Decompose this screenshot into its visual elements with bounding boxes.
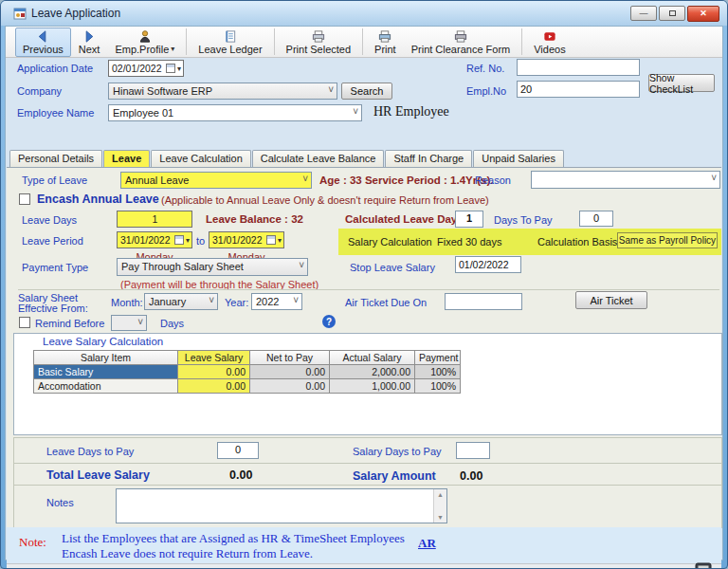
chevron-down-icon: ▾ bbox=[171, 45, 174, 53]
month-label: Month: bbox=[111, 297, 143, 308]
col-header-payment[interactable]: Payment bbox=[415, 351, 461, 365]
table-cell-actual-salary[interactable]: 1,000.00 bbox=[330, 379, 415, 394]
remind-before-checkbox[interactable] bbox=[19, 317, 30, 328]
videos-button[interactable]: Videos bbox=[526, 28, 573, 57]
col-header-leave-salary[interactable]: Leave Salary bbox=[178, 351, 250, 365]
print-label: Print bbox=[374, 44, 396, 55]
print-selected-button[interactable]: Print Selected bbox=[279, 28, 358, 57]
notes-scrollbar[interactable]: ▲▼ bbox=[433, 489, 446, 523]
table-cell-net-to-pay[interactable]: 0.00 bbox=[250, 365, 330, 379]
emp-profile-label: Emp.Profile bbox=[115, 44, 169, 55]
table-cell-leave-salary[interactable]: 0.00 bbox=[178, 365, 250, 379]
reason-select[interactable] bbox=[531, 171, 720, 189]
tab-leave[interactable]: Leave bbox=[103, 150, 150, 167]
payment-type-select[interactable]: Pay Through Salary Sheet bbox=[117, 258, 308, 276]
scroll-down-icon[interactable]: ▼ bbox=[437, 514, 444, 521]
type-of-leave-select[interactable]: Annual Leave bbox=[120, 172, 312, 189]
leave-salary-calculation-group: Leave Salary Calculation Salary Item Lea… bbox=[13, 333, 722, 435]
leave-days-input[interactable]: 1 bbox=[117, 211, 192, 228]
air-ticket-button[interactable]: Air Ticket bbox=[575, 291, 647, 309]
title-bar: Leave Application — ✕ bbox=[1, 1, 727, 26]
table-cell-payment[interactable]: 100% bbox=[415, 365, 461, 379]
encash-annual-leave-checkbox[interactable] bbox=[19, 193, 30, 205]
show-checklist-button[interactable]: Show CheckList bbox=[648, 74, 715, 92]
age-service-text: Age : 33 Service Period : 1.4Yr(s). bbox=[319, 174, 493, 186]
total-leave-salary-value: 0.00 bbox=[229, 468, 252, 482]
calculator-icon[interactable] bbox=[693, 562, 714, 569]
employee-name-label: Employee Name bbox=[17, 107, 94, 119]
year-label: Year: bbox=[225, 297, 248, 308]
scroll-up-icon[interactable]: ▲ bbox=[437, 491, 444, 498]
table-cell-leave-salary[interactable]: 0.00 bbox=[178, 379, 250, 394]
remind-days-select[interactable] bbox=[111, 315, 147, 331]
leave-days-to-pay-input[interactable]: 0 bbox=[217, 442, 259, 459]
employee-name-select[interactable]: Employee 01 bbox=[108, 104, 362, 121]
leave-period-from-value: 31/01/2022 bbox=[120, 234, 174, 246]
days-to-pay-label: Days To Pay bbox=[494, 214, 553, 226]
table-row-item[interactable]: Basic Salary bbox=[34, 365, 178, 379]
empl-no-input[interactable] bbox=[517, 81, 640, 98]
month-value: January bbox=[149, 296, 186, 307]
tab-calculate-leave-balance[interactable]: Calculate Leave Balance bbox=[252, 150, 385, 167]
arrow-right-icon bbox=[82, 29, 97, 44]
group-title: Leave Salary Calculation bbox=[43, 336, 163, 347]
salary-table: Salary Item Leave Salary Net to Pay Actu… bbox=[33, 350, 461, 394]
salary-amount-value: 0.00 bbox=[460, 469, 482, 483]
application-date-label: Application Date bbox=[17, 63, 93, 74]
salary-days-to-pay-input[interactable] bbox=[456, 442, 490, 459]
salary-calculation-value: Fixed 30 days bbox=[437, 236, 501, 248]
tab-unpaid-salaries[interactable]: Unpaid Salaries bbox=[473, 150, 564, 167]
table-cell-payment[interactable]: 100% bbox=[415, 379, 461, 394]
emp-profile-button[interactable]: Emp.Profile▾ bbox=[107, 28, 182, 57]
previous-label: Previous bbox=[23, 44, 64, 55]
close-icon[interactable]: ✕ bbox=[687, 6, 719, 22]
notes-field[interactable]: ▲▼ bbox=[116, 488, 447, 523]
table-cell-actual-salary[interactable]: 2,000.00 bbox=[330, 365, 415, 379]
chevron-down-icon: ▾ bbox=[186, 236, 190, 245]
table-cell-net-to-pay[interactable]: 0.00 bbox=[250, 379, 330, 394]
col-header-salary-item[interactable]: Salary Item bbox=[34, 351, 178, 365]
leave-period-from-picker[interactable]: 31/01/2022 ▾ bbox=[117, 231, 192, 248]
person-icon bbox=[137, 29, 153, 44]
minimize-button[interactable]: — bbox=[630, 6, 657, 21]
application-date-picker[interactable]: 02/01/2022 ▾ bbox=[108, 60, 184, 77]
tab-staff-in-charge[interactable]: Staff In Charge bbox=[385, 150, 472, 167]
leave-period-to-value: 31/01/2022 bbox=[212, 234, 266, 246]
next-button[interactable]: Next bbox=[71, 28, 108, 57]
calendar-icon bbox=[266, 235, 276, 245]
air-ticket-due-input[interactable] bbox=[445, 293, 522, 310]
help-icon[interactable]: ? bbox=[322, 315, 336, 328]
type-of-leave-value: Annual Leave bbox=[125, 174, 189, 186]
leave-period-to-picker[interactable]: 31/01/2022 ▾ bbox=[209, 231, 284, 248]
toolbar-separator bbox=[362, 28, 363, 55]
ar-link[interactable]: AR bbox=[418, 536, 436, 551]
tab-leave-calculation[interactable]: Leave Calculation bbox=[151, 150, 250, 167]
leave-period-label: Leave Period bbox=[22, 235, 83, 247]
print-button[interactable]: Print bbox=[367, 28, 404, 57]
days-label: Days bbox=[160, 318, 184, 329]
maximize-button[interactable] bbox=[659, 6, 685, 21]
search-button[interactable]: Search bbox=[341, 83, 392, 100]
encash-note-text: (Applicable to Annual Leave Only & doesn… bbox=[161, 194, 489, 206]
month-select[interactable]: January bbox=[144, 293, 218, 310]
col-header-net-to-pay[interactable]: Net to Pay bbox=[250, 351, 330, 365]
ref-no-input[interactable] bbox=[517, 59, 640, 76]
to-label: to bbox=[196, 235, 205, 247]
company-select[interactable]: Hinawi Software ERP bbox=[108, 83, 337, 100]
leave-days-to-pay-label: Leave Days to Pay bbox=[46, 446, 134, 457]
remind-before-label: Remind Before bbox=[35, 318, 104, 329]
tab-personal-details[interactable]: Personal Details bbox=[9, 150, 102, 167]
table-row-item[interactable]: Accomodation bbox=[34, 379, 178, 394]
previous-button[interactable]: Previous bbox=[15, 28, 71, 57]
notes-textarea[interactable] bbox=[117, 489, 433, 523]
videos-label: Videos bbox=[534, 44, 565, 55]
calculated-leave-days-input[interactable]: 1 bbox=[455, 211, 483, 228]
days-to-pay-input[interactable]: 0 bbox=[579, 211, 613, 227]
printer-icon bbox=[377, 29, 392, 44]
print-clearance-form-button[interactable]: Print Clearance Form bbox=[404, 28, 519, 57]
leave-ledger-button[interactable]: Leave Ledger bbox=[191, 28, 269, 57]
col-header-actual-salary[interactable]: Actual Salary bbox=[330, 351, 415, 365]
stop-leave-salary-input[interactable] bbox=[455, 256, 521, 273]
leave-ledger-label: Leave Ledger bbox=[198, 44, 262, 55]
year-select[interactable]: 2022 bbox=[251, 293, 302, 310]
